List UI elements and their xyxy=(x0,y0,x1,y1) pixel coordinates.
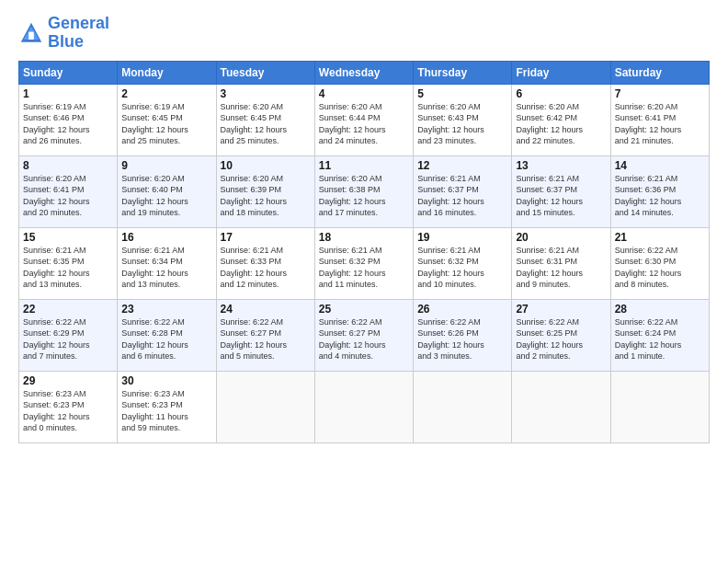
calendar-day-cell: 10Sunrise: 6:20 AMSunset: 6:39 PMDayligh… xyxy=(216,155,314,227)
day-detail: Sunrise: 6:21 AMSunset: 6:36 PMDaylight:… xyxy=(615,173,705,219)
calendar-header-cell: Wednesday xyxy=(314,61,413,84)
day-number: 10 xyxy=(221,159,311,172)
day-detail: Sunrise: 6:22 AMSunset: 6:25 PMDaylight:… xyxy=(516,316,606,362)
day-detail: Sunrise: 6:22 AMSunset: 6:29 PMDaylight:… xyxy=(23,316,113,362)
day-number: 17 xyxy=(221,231,311,244)
calendar-header-row: SundayMondayTuesdayWednesdayThursdayFrid… xyxy=(19,61,710,84)
calendar-day-cell: 9Sunrise: 6:20 AMSunset: 6:40 PMDaylight… xyxy=(118,155,216,227)
calendar-day-cell: 19Sunrise: 6:21 AMSunset: 6:32 PMDayligh… xyxy=(414,227,512,299)
day-number: 2 xyxy=(121,87,211,100)
calendar-day-cell: 20Sunrise: 6:21 AMSunset: 6:31 PMDayligh… xyxy=(512,227,610,299)
calendar-week-row: 22Sunrise: 6:22 AMSunset: 6:29 PMDayligh… xyxy=(19,299,710,371)
day-detail: Sunrise: 6:20 AMSunset: 6:38 PMDaylight:… xyxy=(319,173,409,219)
calendar-day-cell: 15Sunrise: 6:21 AMSunset: 6:35 PMDayligh… xyxy=(19,227,118,299)
day-detail: Sunrise: 6:21 AMSunset: 6:32 PMDaylight:… xyxy=(417,245,507,291)
day-detail: Sunrise: 6:20 AMSunset: 6:39 PMDaylight:… xyxy=(221,173,311,219)
calendar-day-cell: 30Sunrise: 6:23 AMSunset: 6:23 PMDayligh… xyxy=(118,371,216,442)
calendar-day-cell xyxy=(512,371,610,442)
day-detail: Sunrise: 6:21 AMSunset: 6:37 PMDaylight:… xyxy=(516,173,606,219)
calendar-week-row: 29Sunrise: 6:23 AMSunset: 6:23 PMDayligh… xyxy=(19,371,710,442)
day-detail: Sunrise: 6:20 AMSunset: 6:43 PMDaylight:… xyxy=(417,101,507,147)
calendar-day-cell: 16Sunrise: 6:21 AMSunset: 6:34 PMDayligh… xyxy=(118,227,216,299)
calendar-week-row: 8Sunrise: 6:20 AMSunset: 6:41 PMDaylight… xyxy=(19,155,710,227)
calendar-day-cell: 2Sunrise: 6:19 AMSunset: 6:45 PMDaylight… xyxy=(118,84,216,155)
day-detail: Sunrise: 6:20 AMSunset: 6:41 PMDaylight:… xyxy=(615,101,705,147)
day-number: 24 xyxy=(221,303,311,316)
page: General Blue SundayMondayTuesdayWednesda… xyxy=(0,0,728,563)
calendar-header-cell: Tuesday xyxy=(216,61,314,84)
day-number: 22 xyxy=(23,303,113,316)
calendar-table: SundayMondayTuesdayWednesdayThursdayFrid… xyxy=(18,61,710,443)
day-number: 6 xyxy=(516,87,606,100)
calendar-day-cell: 26Sunrise: 6:22 AMSunset: 6:26 PMDayligh… xyxy=(414,299,512,371)
day-number: 25 xyxy=(319,303,409,316)
calendar-day-cell: 5Sunrise: 6:20 AMSunset: 6:43 PMDaylight… xyxy=(414,84,512,155)
day-number: 21 xyxy=(615,231,705,244)
day-detail: Sunrise: 6:21 AMSunset: 6:37 PMDaylight:… xyxy=(417,173,507,219)
calendar-day-cell: 1Sunrise: 6:19 AMSunset: 6:46 PMDaylight… xyxy=(19,84,118,155)
day-number: 11 xyxy=(319,159,409,172)
day-detail: Sunrise: 6:22 AMSunset: 6:30 PMDaylight:… xyxy=(615,245,705,291)
calendar-day-cell: 4Sunrise: 6:20 AMSunset: 6:44 PMDaylight… xyxy=(314,84,413,155)
day-detail: Sunrise: 6:20 AMSunset: 6:40 PMDaylight:… xyxy=(121,173,211,219)
calendar-day-cell: 25Sunrise: 6:22 AMSunset: 6:27 PMDayligh… xyxy=(314,299,413,371)
calendar-day-cell: 27Sunrise: 6:22 AMSunset: 6:25 PMDayligh… xyxy=(512,299,610,371)
day-number: 19 xyxy=(417,231,507,244)
day-detail: Sunrise: 6:20 AMSunset: 6:45 PMDaylight:… xyxy=(221,101,311,147)
calendar-day-cell xyxy=(414,371,512,442)
calendar-day-cell xyxy=(216,371,314,442)
day-number: 18 xyxy=(319,231,409,244)
day-detail: Sunrise: 6:20 AMSunset: 6:41 PMDaylight:… xyxy=(23,173,113,219)
day-detail: Sunrise: 6:21 AMSunset: 6:34 PMDaylight:… xyxy=(121,245,211,291)
calendar-day-cell: 22Sunrise: 6:22 AMSunset: 6:29 PMDayligh… xyxy=(19,299,118,371)
day-number: 23 xyxy=(121,303,211,316)
logo: General Blue xyxy=(18,15,109,52)
calendar-day-cell: 18Sunrise: 6:21 AMSunset: 6:32 PMDayligh… xyxy=(314,227,413,299)
day-detail: Sunrise: 6:21 AMSunset: 6:32 PMDaylight:… xyxy=(319,245,409,291)
calendar-day-cell xyxy=(314,371,413,442)
day-detail: Sunrise: 6:20 AMSunset: 6:42 PMDaylight:… xyxy=(516,101,606,147)
calendar-day-cell xyxy=(610,371,709,442)
calendar-day-cell: 17Sunrise: 6:21 AMSunset: 6:33 PMDayligh… xyxy=(216,227,314,299)
day-number: 27 xyxy=(516,303,606,316)
day-number: 20 xyxy=(516,231,606,244)
day-number: 26 xyxy=(417,303,507,316)
day-detail: Sunrise: 6:20 AMSunset: 6:44 PMDaylight:… xyxy=(319,101,409,147)
day-number: 30 xyxy=(121,374,211,387)
calendar-header-cell: Saturday xyxy=(610,61,709,84)
calendar-header-cell: Thursday xyxy=(414,61,512,84)
day-number: 16 xyxy=(121,231,211,244)
day-detail: Sunrise: 6:21 AMSunset: 6:35 PMDaylight:… xyxy=(23,245,113,291)
day-detail: Sunrise: 6:22 AMSunset: 6:28 PMDaylight:… xyxy=(121,316,211,362)
day-number: 9 xyxy=(121,159,211,172)
day-detail: Sunrise: 6:21 AMSunset: 6:31 PMDaylight:… xyxy=(516,245,606,291)
calendar-day-cell: 28Sunrise: 6:22 AMSunset: 6:24 PMDayligh… xyxy=(610,299,709,371)
day-number: 1 xyxy=(23,87,113,100)
day-number: 28 xyxy=(615,303,705,316)
day-number: 14 xyxy=(615,159,705,172)
day-detail: Sunrise: 6:19 AMSunset: 6:46 PMDaylight:… xyxy=(23,101,113,147)
calendar-day-cell: 7Sunrise: 6:20 AMSunset: 6:41 PMDaylight… xyxy=(610,84,709,155)
calendar-day-cell: 29Sunrise: 6:23 AMSunset: 6:23 PMDayligh… xyxy=(19,371,118,442)
calendar-week-row: 1Sunrise: 6:19 AMSunset: 6:46 PMDaylight… xyxy=(19,84,710,155)
day-detail: Sunrise: 6:22 AMSunset: 6:24 PMDaylight:… xyxy=(615,316,705,362)
calendar-day-cell: 13Sunrise: 6:21 AMSunset: 6:37 PMDayligh… xyxy=(512,155,610,227)
logo-text: General Blue xyxy=(48,15,109,52)
calendar-day-cell: 23Sunrise: 6:22 AMSunset: 6:28 PMDayligh… xyxy=(118,299,216,371)
calendar-header-cell: Monday xyxy=(118,61,216,84)
calendar-week-row: 15Sunrise: 6:21 AMSunset: 6:35 PMDayligh… xyxy=(19,227,710,299)
day-detail: Sunrise: 6:22 AMSunset: 6:26 PMDaylight:… xyxy=(417,316,507,362)
calendar-day-cell: 14Sunrise: 6:21 AMSunset: 6:36 PMDayligh… xyxy=(610,155,709,227)
calendar-day-cell: 24Sunrise: 6:22 AMSunset: 6:27 PMDayligh… xyxy=(216,299,314,371)
svg-rect-2 xyxy=(28,31,34,39)
calendar-day-cell: 11Sunrise: 6:20 AMSunset: 6:38 PMDayligh… xyxy=(314,155,413,227)
calendar-day-cell: 3Sunrise: 6:20 AMSunset: 6:45 PMDaylight… xyxy=(216,84,314,155)
day-detail: Sunrise: 6:19 AMSunset: 6:45 PMDaylight:… xyxy=(121,101,211,147)
calendar-header-cell: Sunday xyxy=(19,61,118,84)
day-number: 29 xyxy=(23,374,113,387)
calendar-day-cell: 6Sunrise: 6:20 AMSunset: 6:42 PMDaylight… xyxy=(512,84,610,155)
day-detail: Sunrise: 6:22 AMSunset: 6:27 PMDaylight:… xyxy=(221,316,311,362)
day-detail: Sunrise: 6:21 AMSunset: 6:33 PMDaylight:… xyxy=(221,245,311,291)
calendar-day-cell: 8Sunrise: 6:20 AMSunset: 6:41 PMDaylight… xyxy=(19,155,118,227)
day-number: 8 xyxy=(23,159,113,172)
